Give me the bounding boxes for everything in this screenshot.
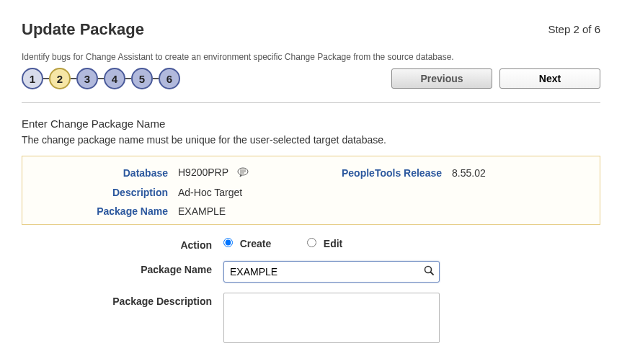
action-create-radio[interactable]: Create — [223, 238, 271, 249]
info-package-name-label: Package Name — [34, 205, 178, 217]
previous-button[interactable]: Previous — [391, 68, 492, 89]
step-connector — [98, 78, 104, 79]
step-3[interactable]: 3 — [76, 68, 98, 89]
description-value: Ad-Hoc Target — [178, 187, 308, 198]
step-2[interactable]: 2 — [49, 68, 71, 89]
next-button[interactable]: Next — [499, 68, 600, 89]
peopletools-release-label: PeopleTools Release — [308, 167, 452, 179]
radio-create[interactable] — [223, 238, 233, 247]
step-5[interactable]: 5 — [131, 68, 153, 89]
radio-edit-label: Edit — [324, 238, 342, 249]
step-connector — [71, 78, 76, 79]
search-icon[interactable] — [423, 265, 435, 278]
step-connector — [43, 78, 49, 79]
package-name-input-wrapper — [223, 261, 440, 283]
section-heading: Enter Change Package Name — [22, 117, 600, 130]
subtitle-text: Identify bugs for Change Assistant to cr… — [22, 52, 600, 62]
svg-line-5 — [431, 272, 434, 275]
database-label: Database — [34, 167, 178, 179]
step-train: 1 2 3 4 5 6 — [22, 68, 180, 89]
peopletools-release-value: 8.55.02 — [452, 167, 553, 179]
radio-edit[interactable] — [307, 238, 316, 247]
package-description-input[interactable] — [223, 293, 440, 343]
comment-icon[interactable] — [237, 167, 249, 179]
step-connector — [153, 78, 159, 79]
package-name-input[interactable] — [230, 266, 423, 278]
database-value: H9200PRP — [178, 167, 308, 179]
package-description-label: Package Description — [108, 293, 223, 307]
action-edit-radio[interactable]: Edit — [307, 238, 342, 249]
package-name-label: Package Name — [108, 261, 223, 275]
section-description: The change package name must be unique f… — [22, 134, 600, 146]
info-box: Database H9200PRP PeopleTools Release 8.… — [22, 156, 600, 225]
action-label: Action — [108, 236, 223, 251]
info-package-name-value: EXAMPLE — [178, 205, 308, 217]
step-indicator: Step 2 of 6 — [548, 23, 600, 35]
page-title: Update Package — [22, 20, 144, 39]
step-4[interactable]: 4 — [104, 68, 125, 89]
step-1[interactable]: 1 — [22, 68, 43, 89]
step-connector — [125, 78, 131, 79]
description-label: Description — [34, 187, 178, 198]
radio-create-label: Create — [240, 238, 272, 249]
step-6[interactable]: 6 — [159, 68, 180, 89]
